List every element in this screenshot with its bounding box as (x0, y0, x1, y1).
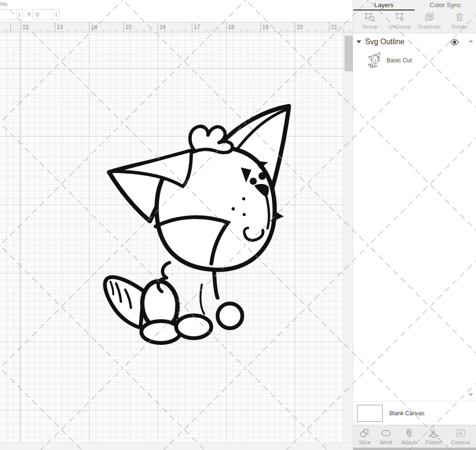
position-x-stepper[interactable]: ▲▼ (16, 10, 22, 20)
group-button-label: Group (362, 24, 377, 29)
slice-button-label: Slice (359, 440, 371, 445)
active-tab-underline (353, 10, 415, 10)
tab-layers[interactable]: Layers (353, 0, 415, 10)
layer-actions-row: Group UnGroup Duplicate (353, 10, 476, 29)
caret-down-icon[interactable] (357, 40, 361, 43)
duplicate-button[interactable]: Duplicate (416, 11, 443, 29)
layer-thumbnail-kitten (366, 52, 383, 68)
panel-scroll-up-icon[interactable] (468, 39, 473, 42)
position-y-stepper[interactable]: ▲▼ (53, 10, 59, 20)
canvas-artwork-layer (0, 0, 344, 450)
clipped-toolbar-text: tion (0, 1, 8, 7)
ungroup-button-label: UnGroup (388, 24, 411, 29)
position-y-value[interactable]: 0 (33, 10, 53, 20)
contour-icon (455, 428, 467, 439)
ruler-number: 13 (57, 24, 63, 30)
group-icon (364, 11, 376, 23)
delete-button-label: Delete (451, 24, 467, 29)
step-down-icon[interactable]: ▼ (55, 15, 58, 18)
ungroup-icon (394, 11, 406, 23)
layer-item-basic-cut[interactable]: Basic Cut (353, 50, 476, 70)
weld-button[interactable]: Weld (380, 428, 392, 445)
blank-canvas-thumbnail (357, 405, 383, 422)
group-button[interactable]: Group (357, 11, 383, 29)
ruler-number: 19 (262, 24, 268, 30)
layers-panel: Layers Color Sync Group (353, 0, 476, 450)
panel-scroll-down-icon[interactable] (468, 393, 473, 396)
ruler-number: 16 (159, 24, 166, 30)
flatten-button-label: Flatten (426, 440, 442, 445)
ruler-number: 14 (91, 24, 97, 30)
delete-button[interactable]: Delete (446, 11, 473, 29)
flatten-button[interactable]: Flatten (426, 428, 442, 445)
layer-group-svg-outline[interactable]: Svg Outline (353, 33, 476, 50)
kitten-line-art[interactable] (105, 106, 289, 343)
duplicate-icon (424, 11, 435, 23)
step-down-icon[interactable]: ▼ (18, 15, 21, 18)
ruler-number: 12 (22, 24, 29, 30)
weld-icon (380, 428, 392, 439)
ruler-number: 17 (194, 24, 200, 30)
weld-button-label: Weld (380, 440, 392, 445)
horizontal-ruler: 12 13 14 15 16 17 18 19 20 21 (0, 22, 353, 32)
delete-icon (454, 11, 465, 23)
attach-icon (403, 428, 415, 439)
blank-canvas-label: Blank Canvas (389, 410, 425, 417)
layers-list: Svg Outline Basic Cut (353, 33, 476, 401)
contour-button[interactable]: Contour (451, 428, 471, 445)
vertical-scrollbar-thumb[interactable] (345, 36, 353, 71)
attach-button[interactable]: Attach (401, 428, 417, 445)
canvas-vertical-scrollbar[interactable] (344, 32, 353, 442)
blank-canvas-row[interactable]: Blank Canvas (353, 401, 476, 425)
canvas-horizontal-scrollbar[interactable] (0, 442, 353, 450)
flatten-icon (427, 428, 440, 439)
ruler-number: 20 (297, 24, 303, 30)
ungroup-button[interactable]: UnGroup (387, 11, 413, 29)
slice-icon (358, 428, 371, 439)
app-window: tion 0 ▲▼ Y 0 ▲▼ 12 13 14 15 16 17 18 19… (0, 0, 476, 450)
duplicate-button-label: Duplicate (418, 24, 441, 29)
attach-button-label: Attach (401, 440, 417, 445)
slice-button[interactable]: Slice (358, 428, 371, 445)
position-x-field[interactable]: 0 ▲▼ (0, 9, 23, 20)
y-axis-label: Y (27, 11, 31, 18)
top-toolbar: tion 0 ▲▼ Y 0 ▲▼ (0, 0, 353, 22)
ruler-number: 21 (331, 24, 337, 30)
tab-color-sync-label: Color Sync (429, 1, 461, 9)
tab-color-sync[interactable]: Color Sync (415, 0, 476, 10)
path-tools-toolbar: Slice Weld Attach (353, 425, 476, 450)
position-y-field[interactable]: 0 ▲▼ (32, 9, 60, 20)
position-x-value[interactable]: 0 (0, 10, 16, 20)
contour-button-label: Contour (451, 440, 471, 445)
ruler-number: 15 (125, 24, 131, 30)
eye-visibility-icon[interactable] (450, 39, 459, 45)
panel-tabs: Layers Color Sync (353, 0, 476, 10)
tab-layers-label: Layers (374, 1, 394, 9)
layer-group-title: Svg Outline (365, 38, 450, 46)
panel-header: Layers Color Sync Group (353, 0, 476, 33)
layer-item-label: Basic Cut (387, 57, 412, 64)
ruler-number: 18 (228, 24, 234, 30)
